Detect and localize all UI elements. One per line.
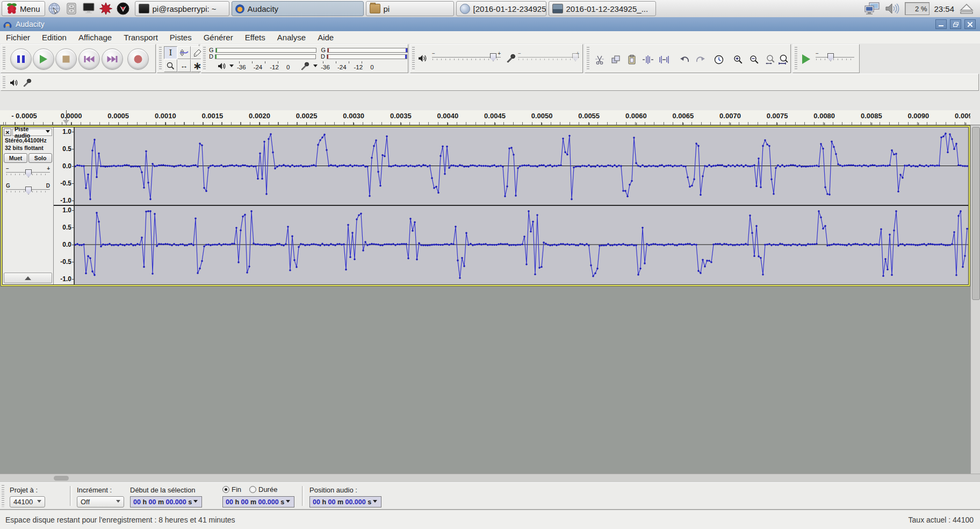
play-button[interactable] bbox=[33, 48, 54, 70]
toolbar-grip[interactable] bbox=[3, 76, 5, 88]
playback-speed-slider[interactable]: − bbox=[816, 52, 854, 63]
mixer-toolbar: − + − + bbox=[410, 44, 583, 73]
mute-button[interactable]: Muet bbox=[4, 153, 27, 163]
undo-button[interactable] bbox=[676, 52, 692, 67]
fit-project-button[interactable] bbox=[775, 52, 791, 67]
menu-item[interactable]: Edition bbox=[36, 33, 73, 42]
close-button[interactable] bbox=[964, 19, 976, 29]
trim-outside-button[interactable] bbox=[640, 52, 655, 67]
toolbar-grip[interactable] bbox=[795, 47, 797, 70]
pan-thumb[interactable] bbox=[25, 187, 32, 195]
timeline-ruler[interactable]: - 0.00050.00000.00050.00100.00150.00200.… bbox=[0, 110, 970, 125]
menu-item[interactable]: Fichier bbox=[0, 33, 36, 42]
task-button[interactable]: pi bbox=[366, 1, 454, 16]
menu-item[interactable]: Transport bbox=[118, 33, 164, 42]
meter-dropdown-icon[interactable] bbox=[313, 65, 318, 69]
selection-end-field[interactable]: 00 h 00 m 00.000 s bbox=[222, 496, 294, 507]
start-menu-button[interactable]: Menu bbox=[2, 1, 45, 16]
vertical-scrollbar-thumb[interactable] bbox=[972, 127, 980, 300]
record-button[interactable] bbox=[127, 48, 149, 70]
task-button[interactable]: [2016-01-12-234925_... bbox=[456, 1, 546, 16]
menu-item[interactable]: Pistes bbox=[164, 33, 198, 42]
playback-meter-left[interactable] bbox=[215, 48, 316, 53]
microphone-icon[interactable] bbox=[300, 62, 310, 70]
output-volume-slider[interactable]: − + bbox=[432, 52, 501, 63]
launcher-wolfram[interactable] bbox=[97, 1, 114, 17]
track-menu-button[interactable]: Piste audio bbox=[12, 128, 52, 136]
microphone-icon[interactable] bbox=[23, 78, 32, 87]
menu-item[interactable]: Analyse bbox=[271, 33, 312, 42]
cut-button[interactable] bbox=[592, 52, 607, 67]
redo-button[interactable] bbox=[693, 52, 708, 67]
horizontal-scrollbar[interactable] bbox=[0, 474, 980, 482]
track-gain-slider[interactable]: − + bbox=[6, 167, 50, 179]
window-titlebar[interactable]: Audacity bbox=[0, 17, 980, 32]
project-rate-select[interactable]: 44100 bbox=[10, 496, 45, 507]
input-volume-slider[interactable]: − + bbox=[518, 52, 579, 63]
maximize-button[interactable] bbox=[950, 19, 961, 29]
timefield-arrow-icon[interactable] bbox=[193, 500, 198, 505]
radio-duration[interactable]: Durée bbox=[249, 485, 277, 494]
silence-selection-button[interactable] bbox=[656, 52, 672, 67]
task-button[interactable]: 2016-01-12-234925_... bbox=[549, 1, 656, 16]
snap-select[interactable]: Off bbox=[77, 496, 124, 507]
record-meter-left[interactable] bbox=[327, 48, 408, 53]
toolbar-grip[interactable] bbox=[159, 47, 162, 70]
copy-button[interactable] bbox=[608, 52, 623, 67]
menu-item[interactable]: Aide bbox=[312, 33, 340, 42]
envelope-tool-button[interactable] bbox=[177, 46, 191, 59]
cpu-monitor[interactable]: 2 % bbox=[905, 2, 929, 15]
playback-meter-right[interactable] bbox=[215, 54, 316, 59]
zoom-tool-button[interactable] bbox=[164, 59, 177, 72]
toolbar-grip[interactable] bbox=[412, 47, 415, 70]
toolbar-grip[interactable] bbox=[203, 47, 206, 70]
toolbar-grip[interactable] bbox=[3, 47, 5, 70]
launcher-app[interactable] bbox=[114, 1, 132, 17]
minimize-button[interactable] bbox=[935, 19, 947, 29]
paste-button[interactable] bbox=[624, 52, 639, 67]
radio-end[interactable]: Fin bbox=[222, 485, 241, 494]
horizontal-scrollbar-thumb[interactable] bbox=[54, 476, 69, 481]
timefield-arrow-icon[interactable] bbox=[286, 500, 290, 505]
stop-button[interactable] bbox=[55, 48, 77, 70]
menu-item[interactable]: Générer bbox=[198, 33, 239, 42]
solo-button[interactable]: Solo bbox=[28, 153, 52, 163]
toolbar-grip[interactable] bbox=[587, 47, 589, 70]
skip-end-button[interactable] bbox=[102, 48, 123, 70]
toolbar-grip[interactable] bbox=[2, 485, 4, 507]
menu-item[interactable]: Effets bbox=[239, 33, 271, 42]
zoom-in-button[interactable] bbox=[730, 52, 746, 67]
waveform-display[interactable] bbox=[74, 127, 968, 284]
play-at-speed-button[interactable] bbox=[798, 52, 814, 66]
waveform-svg bbox=[74, 127, 968, 284]
timeshift-tool-button[interactable]: ↔ bbox=[177, 59, 191, 72]
skip-start-button[interactable] bbox=[78, 48, 100, 70]
launcher-file-manager[interactable] bbox=[63, 1, 80, 17]
clock[interactable]: 23:54 bbox=[934, 4, 954, 13]
vertical-scrollbar[interactable] bbox=[970, 125, 980, 474]
launcher-web-browser[interactable] bbox=[46, 1, 63, 17]
pause-button[interactable] bbox=[10, 48, 32, 70]
task-button[interactable]: pi@raspberrypi: ~ bbox=[135, 1, 229, 16]
eject-icon[interactable] bbox=[959, 2, 975, 15]
speaker-icon[interactable] bbox=[218, 62, 226, 70]
sync-lock-button[interactable] bbox=[711, 52, 726, 67]
selection-start-field[interactable]: 00 h 00 m 00.000 s bbox=[130, 496, 202, 507]
launcher-terminal[interactable] bbox=[80, 1, 97, 17]
menu-item[interactable]: Affichage bbox=[73, 33, 118, 42]
meter-dropdown-icon[interactable] bbox=[229, 65, 234, 69]
selection-tool-button[interactable]: I bbox=[164, 46, 177, 59]
track-close-button[interactable]: ✕ bbox=[4, 128, 11, 136]
network-icon[interactable] bbox=[864, 2, 880, 16]
slider-max-label: + bbox=[498, 51, 501, 56]
record-meter-right[interactable] bbox=[327, 54, 407, 59]
timefield-arrow-icon[interactable] bbox=[373, 500, 377, 505]
audio-position-field[interactable]: 00 h 00 m 00.000 s bbox=[309, 496, 381, 507]
speaker-icon[interactable] bbox=[10, 79, 18, 87]
zoom-out-button[interactable] bbox=[746, 52, 762, 67]
track-collapse-button[interactable] bbox=[4, 273, 52, 283]
gain-thumb[interactable] bbox=[25, 169, 32, 177]
task-button[interactable]: Audacity bbox=[232, 1, 364, 16]
track-pan-slider[interactable]: G D bbox=[6, 184, 50, 196]
volume-icon[interactable] bbox=[884, 2, 900, 15]
